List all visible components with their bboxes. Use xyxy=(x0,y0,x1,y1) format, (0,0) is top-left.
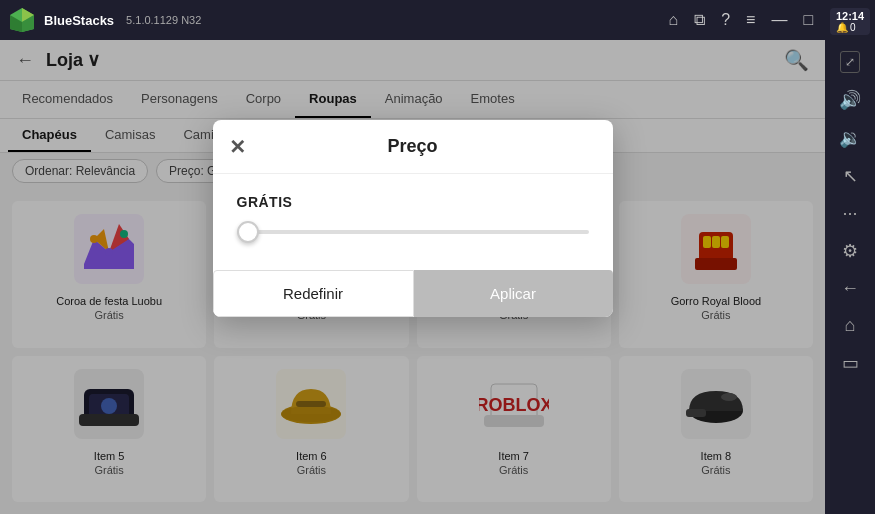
app-version: 5.1.0.1129 N32 xyxy=(126,14,201,26)
time-display: 12:14 xyxy=(836,10,864,22)
bluestacks-logo xyxy=(8,6,36,34)
modal-body: GRÁTIS xyxy=(213,174,613,270)
copy-icon[interactable]: ⧉ xyxy=(694,11,705,29)
modal-header: ✕ Preço xyxy=(213,120,613,174)
title-bar: BlueStacks 5.1.0.1129 N32 ⌂ ⧉ ? ≡ — □ ✕ … xyxy=(0,0,875,40)
menu-icon[interactable]: ≡ xyxy=(746,11,755,29)
notification-badge: 🔔 0 xyxy=(836,22,864,33)
modal-actions: Redefinir Aplicar xyxy=(213,270,613,317)
bell-icon: 🔔 xyxy=(836,22,848,33)
volume-up-icon[interactable]: 🔊 xyxy=(839,89,861,111)
minimize-icon[interactable]: — xyxy=(771,11,787,29)
slider-thumb[interactable] xyxy=(237,221,259,243)
price-filter-modal: ✕ Preço GRÁTIS Redefinir Aplicar xyxy=(213,120,613,317)
right-toolbar: 12:14 🔔 0 ⤢ 🔊 🔉 ↖ ··· ⚙ ← ⌂ ▭ xyxy=(825,0,875,514)
modal-close-button[interactable]: ✕ xyxy=(229,135,246,159)
settings-icon[interactable]: ⚙ xyxy=(842,240,858,262)
modal-overlay: ✕ Preço GRÁTIS Redefinir Aplicar xyxy=(0,40,825,514)
recents-icon[interactable]: ▭ xyxy=(842,352,859,374)
price-slider-container[interactable] xyxy=(237,226,589,250)
modal-title: Preço xyxy=(233,136,593,157)
home-rt-icon[interactable]: ⌂ xyxy=(845,315,856,336)
more-options-icon[interactable]: ··· xyxy=(842,203,857,224)
home-icon[interactable]: ⌂ xyxy=(669,11,679,29)
volume-down-icon[interactable]: 🔉 xyxy=(839,127,861,149)
slider-track[interactable] xyxy=(237,230,589,234)
time-badge: 12:14 🔔 0 xyxy=(830,8,870,35)
fullscreen-icon[interactable]: ⤢ xyxy=(840,51,860,73)
reset-button[interactable]: Redefinir xyxy=(213,270,414,317)
help-icon[interactable]: ? xyxy=(721,11,730,29)
app-name: BlueStacks xyxy=(44,13,114,28)
apply-button[interactable]: Aplicar xyxy=(414,270,613,317)
cursor-icon[interactable]: ↖ xyxy=(843,165,858,187)
maximize-icon[interactable]: □ xyxy=(803,11,813,29)
back-icon[interactable]: ← xyxy=(841,278,859,299)
price-label: GRÁTIS xyxy=(237,194,589,210)
notif-count: 0 xyxy=(850,22,856,33)
